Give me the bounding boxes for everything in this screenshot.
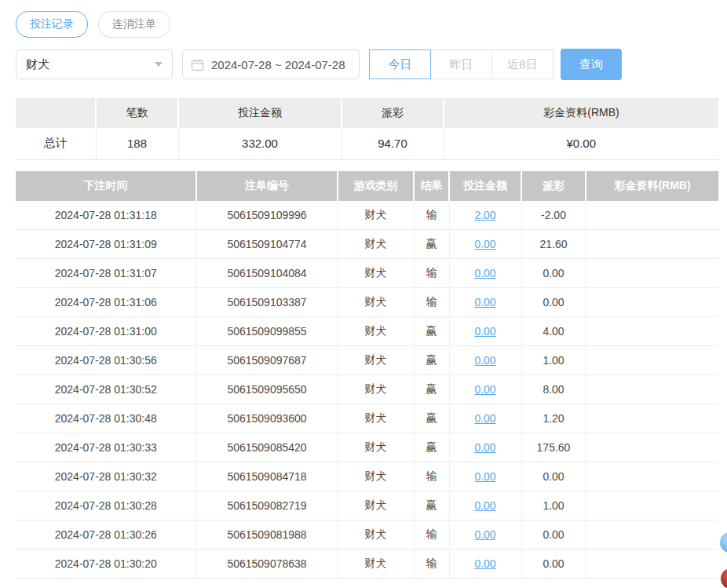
yesterday-button[interactable]: 昨日 bbox=[430, 49, 492, 79]
cell-bet-time: 2024-07-28 01:30:32 bbox=[16, 462, 196, 491]
cell-game-type: 财犬 bbox=[338, 433, 414, 462]
summary-bonus-value: ¥0.00 bbox=[444, 128, 718, 159]
bet-table-header-row: 下注时间 注单编号 游戏类别 结果 投注金额 派彩 彩金资料(RMB) bbox=[16, 171, 718, 201]
cell-bonus bbox=[586, 288, 718, 317]
cell-order-number: 5061509103387 bbox=[196, 288, 338, 317]
tab-bet-records[interactable]: 投注记录 bbox=[16, 11, 88, 38]
cell-bonus bbox=[586, 520, 718, 550]
bet-amount-link[interactable]: 0.00 bbox=[474, 383, 495, 396]
bet-amount-link[interactable]: 0.00 bbox=[474, 296, 495, 309]
header-order-number: 注单编号 bbox=[196, 171, 338, 201]
cell-order-number: 5061509104774 bbox=[196, 230, 338, 259]
table-row: 2024-07-28 01:30:32 5061509084718 财犬 输 0… bbox=[16, 462, 718, 491]
cell-payout: -2.00 bbox=[521, 201, 586, 230]
bet-amount-link[interactable]: 0.00 bbox=[474, 238, 495, 250]
cell-result: 赢 bbox=[414, 375, 449, 404]
bet-amount-link[interactable]: 0.00 bbox=[474, 470, 495, 483]
cell-game-type: 财犬 bbox=[338, 288, 414, 317]
cell-payout: 1.00 bbox=[521, 491, 586, 520]
cell-bet-amount: 2.00 bbox=[449, 201, 521, 230]
header-bet-amount: 投注金额 bbox=[449, 171, 521, 201]
cell-order-number: 5061509078638 bbox=[196, 550, 338, 579]
summary-header-bonus: 彩金资料(RMB) bbox=[444, 98, 718, 128]
summary-header-payout: 派彩 bbox=[342, 98, 444, 128]
summary-total-row: 总计 188 332.00 94.70 ¥0.00 bbox=[16, 128, 718, 159]
bet-amount-link[interactable]: 2.00 bbox=[474, 209, 495, 221]
cell-order-number: 5061509081988 bbox=[196, 520, 338, 550]
cell-bet-time: 2024-07-28 01:31:09 bbox=[16, 230, 196, 259]
cell-bonus bbox=[586, 201, 718, 230]
cell-result: 输 bbox=[414, 520, 449, 550]
bet-amount-link[interactable]: 0.00 bbox=[474, 325, 495, 338]
cell-bonus bbox=[586, 317, 718, 346]
cell-payout: 0.00 bbox=[521, 550, 586, 579]
cell-bet-time: 2024-07-28 01:30:33 bbox=[16, 433, 196, 462]
cell-bonus bbox=[586, 375, 718, 404]
table-row: 2024-07-28 01:30:28 5061509082719 财犬 赢 0… bbox=[16, 491, 718, 520]
cell-payout: 0.00 bbox=[521, 462, 586, 491]
cell-bet-time: 2024-07-28 01:30:56 bbox=[16, 346, 196, 375]
cell-bet-time: 2024-07-28 01:31:06 bbox=[16, 288, 196, 317]
cell-bet-amount: 0.00 bbox=[449, 404, 521, 433]
cell-bet-amount: 0.00 bbox=[449, 550, 521, 579]
cell-payout: 1.00 bbox=[521, 346, 586, 375]
cell-payout: 21.60 bbox=[521, 230, 586, 259]
bet-amount-link[interactable]: 0.00 bbox=[474, 412, 495, 425]
cell-result: 输 bbox=[414, 288, 449, 317]
header-bet-time: 下注时间 bbox=[16, 171, 196, 201]
cell-bonus bbox=[586, 346, 718, 375]
bet-amount-link[interactable]: 0.00 bbox=[474, 267, 495, 279]
bet-amount-link[interactable]: 0.00 bbox=[474, 354, 495, 367]
table-row: 2024-07-28 01:31:07 5061509104084 财犬 输 0… bbox=[16, 259, 718, 288]
bet-amount-link[interactable]: 0.00 bbox=[474, 557, 495, 570]
bet-amount-link[interactable]: 0.00 bbox=[474, 441, 495, 454]
cell-bet-amount: 0.00 bbox=[449, 375, 521, 404]
summary-count-value: 188 bbox=[96, 128, 178, 159]
top-tabs: 投注记录 连消注单 bbox=[16, 11, 718, 38]
header-payout: 派彩 bbox=[521, 171, 586, 201]
last-8-days-button[interactable]: 近8日 bbox=[491, 49, 553, 79]
calendar-icon bbox=[191, 58, 204, 71]
cell-game-type: 财犬 bbox=[338, 346, 414, 375]
cell-bet-time: 2024-07-28 01:30:48 bbox=[16, 404, 196, 433]
cell-bet-amount: 0.00 bbox=[449, 433, 521, 462]
cell-order-number: 5061509082719 bbox=[196, 491, 338, 520]
cell-result: 输 bbox=[414, 550, 449, 579]
cell-bonus bbox=[586, 433, 718, 462]
cell-payout: 0.00 bbox=[521, 288, 586, 317]
summary-header-count: 笔数 bbox=[96, 98, 178, 128]
cell-game-type: 财犬 bbox=[338, 520, 414, 550]
cell-result: 输 bbox=[414, 462, 449, 491]
cell-bet-time: 2024-07-28 01:30:26 bbox=[16, 520, 196, 550]
cell-bet-amount: 0.00 bbox=[449, 462, 521, 491]
bet-amount-link[interactable]: 0.00 bbox=[474, 499, 495, 512]
filter-bar: 财犬 2024-07-28 ~ 2024-07-28 今日 昨日 近8日 查询 bbox=[16, 49, 718, 80]
cell-payout: 175.60 bbox=[521, 433, 586, 462]
cell-game-type: 财犬 bbox=[338, 259, 414, 288]
game-select[interactable]: 财犬 bbox=[16, 49, 173, 79]
cell-bet-amount: 0.00 bbox=[449, 317, 521, 346]
tab-cancelled-orders[interactable]: 连消注单 bbox=[98, 11, 170, 38]
header-bonus: 彩金资料(RMB) bbox=[586, 171, 718, 201]
date-range-input[interactable]: 2024-07-28 ~ 2024-07-28 bbox=[182, 49, 360, 79]
cell-bonus bbox=[586, 230, 718, 259]
table-row: 2024-07-28 01:31:09 5061509104774 财犬 赢 0… bbox=[16, 230, 718, 259]
cell-payout: 8.00 bbox=[521, 375, 586, 404]
table-row: 2024-07-28 01:31:06 5061509103387 财犬 输 0… bbox=[16, 288, 718, 317]
cell-payout: 1.20 bbox=[521, 404, 586, 433]
cell-bonus bbox=[586, 404, 718, 433]
cell-bet-time: 2024-07-28 01:30:20 bbox=[16, 550, 196, 579]
cell-result: 输 bbox=[414, 201, 449, 230]
cell-game-type: 财犬 bbox=[338, 317, 414, 346]
cell-bonus bbox=[586, 550, 718, 579]
cell-payout: 0.00 bbox=[521, 520, 586, 550]
game-select-value: 财犬 bbox=[26, 57, 49, 72]
query-button[interactable]: 查询 bbox=[561, 49, 622, 80]
cell-bet-amount: 0.00 bbox=[449, 259, 521, 288]
cell-bet-amount: 0.00 bbox=[449, 346, 521, 375]
cell-game-type: 财犬 bbox=[338, 550, 414, 579]
summary-total-label: 总计 bbox=[16, 128, 96, 159]
today-button[interactable]: 今日 bbox=[369, 49, 431, 79]
summary-header-row: 笔数 投注金额 派彩 彩金资料(RMB) bbox=[16, 98, 718, 128]
bet-amount-link[interactable]: 0.00 bbox=[474, 528, 495, 541]
